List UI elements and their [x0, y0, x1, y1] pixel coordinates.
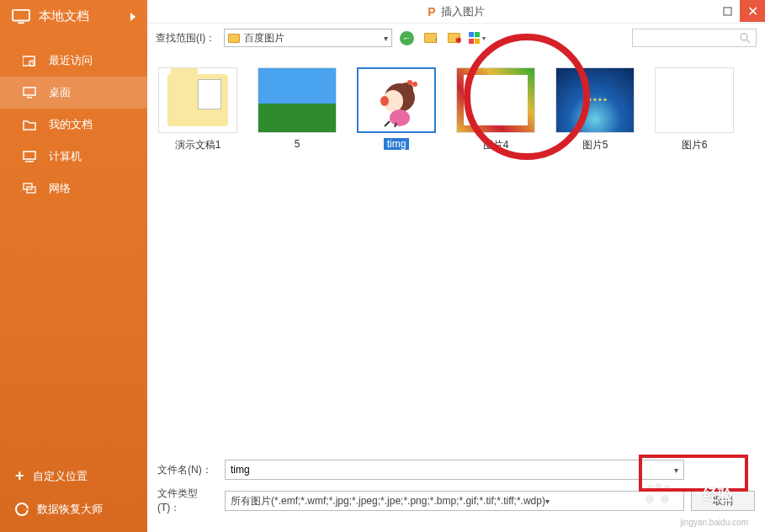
file-item[interactable]: timg	[354, 67, 438, 152]
view-mode-button[interactable]: ▾	[468, 29, 486, 46]
sidebar-title: 本地文档	[39, 8, 130, 24]
plus-icon: +	[15, 467, 24, 485]
search-icon	[740, 33, 751, 44]
window-controls: ✕	[715, 0, 765, 22]
sidebar-item-recent[interactable]: 最近访问	[0, 45, 147, 77]
svg-rect-10	[724, 8, 731, 15]
sidebar-item-label: 最近访问	[49, 53, 93, 68]
custom-location-button[interactable]: + 自定义位置	[0, 459, 147, 493]
chevron-down-icon: ▾	[545, 497, 550, 506]
file-thumbnail	[258, 67, 337, 133]
recent-icon	[22, 54, 37, 67]
sidebar-nav: 最近访问 桌面 我的文档 计算机 网络	[0, 33, 147, 459]
chevron-right-icon	[130, 13, 135, 21]
file-thumbnail	[158, 67, 237, 133]
maximize-button[interactable]	[715, 0, 740, 22]
svg-point-16	[412, 82, 417, 87]
computer-icon	[22, 150, 37, 163]
filename-input[interactable]: ▾	[225, 460, 684, 480]
filename-label: 文件名(N)：	[157, 463, 218, 477]
svg-rect-5	[27, 97, 32, 98]
file-name: 图片6	[682, 138, 708, 152]
sidebar-item-desktop[interactable]: 桌面	[0, 77, 147, 109]
recovery-icon	[15, 503, 29, 516]
back-button[interactable]: ←	[397, 29, 416, 46]
watermark-text: jingyan.baidu.com	[680, 518, 748, 527]
sidebar-item-computer[interactable]: 计算机	[0, 141, 147, 173]
svg-rect-1	[18, 22, 24, 24]
documents-icon	[22, 118, 37, 131]
file-name: timg	[384, 138, 410, 150]
sidebar-item-documents[interactable]: 我的文档	[0, 109, 147, 141]
up-folder-button[interactable]: ↑	[421, 29, 439, 46]
svg-rect-7	[25, 161, 34, 162]
file-item[interactable]: ✦✦✦✦✦图片5	[553, 67, 637, 152]
custom-location-label: 自定义位置	[33, 469, 88, 484]
file-item[interactable]: 图片4	[454, 67, 538, 152]
lookin-label: 查找范围(I)：	[156, 31, 215, 45]
dialog-title: P 插入图片	[428, 4, 484, 19]
sidebar-footer: + 自定义位置 数据恢复大师	[0, 459, 147, 532]
chevron-down-icon: ▾	[482, 35, 486, 42]
svg-rect-0	[13, 9, 29, 20]
filetype-dropdown[interactable]: 所有图片(*.emf;*.wmf;*.jpg;*.jpeg;*.jpe;*.pn…	[225, 491, 684, 511]
filetype-label: 文件类型(T)：	[157, 487, 218, 515]
file-name: 演示文稿1	[175, 138, 221, 152]
file-thumbnail	[456, 67, 535, 133]
main-panel: P 插入图片 ✕ 查找范围(I)： 百度图片 ▾ ← ↑ ✱ ▾	[147, 0, 765, 532]
sidebar-item-label: 网络	[49, 181, 71, 196]
bottom-panel: 经验 文件名(N)： ▾ 文件类型(T)： 所有图片(*.emf;*.wmf;*…	[147, 453, 765, 532]
sidebar: 本地文档 最近访问 桌面 我的文档 计算机 网络	[0, 0, 147, 532]
network-icon	[22, 182, 37, 195]
svg-rect-6	[24, 152, 35, 159]
file-thumbnail: ✦✦✦✦✦	[555, 67, 635, 133]
sidebar-item-network[interactable]: 网络	[0, 173, 147, 205]
desktop-icon	[22, 86, 37, 99]
close-button[interactable]: ✕	[740, 0, 765, 22]
app-logo-icon: P	[428, 5, 435, 19]
svg-point-15	[407, 80, 412, 85]
file-item[interactable]: 演示文稿1	[156, 67, 240, 152]
search-input[interactable]	[632, 29, 757, 47]
filetype-value: 所有图片(*.emf;*.wmf;*.jpg;*.jpeg;*.jpe;*.pn…	[231, 494, 545, 508]
sidebar-header[interactable]: 本地文档	[0, 0, 147, 33]
file-thumbnail	[655, 67, 734, 133]
file-thumbnail	[357, 67, 436, 133]
svg-point-11	[741, 34, 747, 40]
file-item[interactable]: 图片6	[652, 67, 736, 152]
svg-point-18	[380, 96, 389, 106]
folder-icon	[228, 34, 240, 43]
file-name: 5	[295, 138, 300, 150]
sidebar-item-label: 我的文档	[49, 117, 93, 132]
file-name: 图片5	[582, 138, 608, 152]
toolbar: 查找范围(I)： 百度图片 ▾ ← ↑ ✱ ▾	[147, 24, 765, 52]
svg-point-19	[390, 109, 410, 126]
sidebar-item-label: 计算机	[49, 149, 82, 164]
svg-line-12	[746, 40, 750, 43]
monitor-icon	[12, 9, 30, 24]
file-item[interactable]: 5	[255, 67, 339, 152]
watermark-logo: 经验	[703, 485, 733, 505]
svg-rect-4	[24, 88, 35, 95]
lookin-value: 百度图片	[244, 31, 284, 45]
chevron-down-icon: ▾	[674, 466, 678, 475]
sidebar-item-label: 桌面	[49, 85, 71, 100]
titlebar: P 插入图片 ✕	[147, 0, 765, 24]
file-name: 图片4	[483, 138, 509, 152]
watermark-paw-icon	[645, 483, 674, 507]
grid-icon	[469, 32, 481, 44]
data-recovery-button[interactable]: 数据恢复大师	[0, 493, 147, 525]
file-grid: 演示文稿15timg图片4✦✦✦✦✦图片5图片6	[147, 52, 765, 453]
recovery-label: 数据恢复大师	[37, 502, 103, 517]
chevron-down-icon: ▾	[384, 34, 388, 43]
lookin-dropdown[interactable]: 百度图片 ▾	[224, 29, 392, 47]
new-folder-button[interactable]: ✱	[444, 29, 463, 46]
